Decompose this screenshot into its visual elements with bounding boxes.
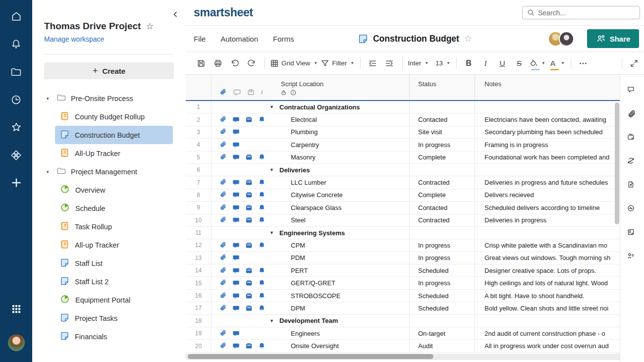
sidebar-item-equipment-portal[interactable]: Equipment Portal <box>55 291 173 309</box>
reminder-icon[interactable] <box>258 292 266 300</box>
share-button[interactable]: Share <box>587 29 639 48</box>
text-color-button[interactable]: A▼ <box>548 56 565 71</box>
font-size-button[interactable]: 13▼ <box>435 56 450 71</box>
status-cell[interactable]: In progress <box>409 239 475 251</box>
publish-icon[interactable] <box>622 174 642 198</box>
triangle-down-icon[interactable]: ▾ <box>47 96 52 101</box>
collaborators-icon[interactable] <box>622 245 642 269</box>
row-number[interactable]: 1 <box>186 101 212 113</box>
sidebar-item-overview[interactable]: Overview <box>55 181 173 199</box>
app-launcher-icon[interactable] <box>7 300 26 318</box>
primary-cell[interactable]: LLC Lumber <box>266 176 409 188</box>
primary-cell[interactable]: DPM <box>266 302 409 314</box>
expand-view-button[interactable] <box>627 56 641 71</box>
comment-icon[interactable] <box>232 154 240 161</box>
notes-cell[interactable]: Great views out windows. Tough morning s… <box>475 252 614 264</box>
notes-cell[interactable]: Framing is in progress <box>475 139 614 151</box>
comment-icon[interactable] <box>232 342 240 350</box>
status-cell[interactable] <box>409 164 475 176</box>
notes-cell[interactable] <box>475 164 614 176</box>
row-number[interactable]: 17 <box>186 302 212 314</box>
row-number[interactable]: 18 <box>186 315 212 327</box>
row-number[interactable]: 14 <box>186 264 212 276</box>
attachment-icon[interactable] <box>219 204 227 211</box>
notes-cell[interactable]: 2nd audit of current construction phase … <box>475 327 614 339</box>
reminder-icon[interactable] <box>258 279 266 287</box>
comment-icon[interactable] <box>232 216 240 224</box>
filter-button[interactable]: Filter▼ <box>321 56 354 71</box>
underline-button[interactable]: U <box>495 56 509 71</box>
status-cell[interactable] <box>409 315 475 327</box>
proof-icon[interactable] <box>245 179 253 186</box>
row-number[interactable]: 8 <box>186 189 212 201</box>
view-selector-button[interactable]: Grid View▼ <box>270 56 318 71</box>
solution-center-icon[interactable] <box>7 146 26 164</box>
sidebar-folder-project-management[interactable]: ▾Project Management <box>32 162 186 181</box>
primary-cell[interactable]: Onsite Oversight <box>266 340 409 352</box>
comment-icon[interactable] <box>232 179 240 186</box>
notes-column-header[interactable]: Notes <box>475 75 614 100</box>
primary-cell[interactable]: ▼Engineering Systems <box>266 227 409 239</box>
primary-cell[interactable]: Clearspace Glass <box>266 202 409 213</box>
primary-cell[interactable]: Steel <box>266 214 409 226</box>
redo-button[interactable] <box>245 56 259 71</box>
notes-cell[interactable]: Crisp white palette with a Scandinavian … <box>475 239 614 251</box>
home-icon[interactable] <box>7 7 26 26</box>
row-number[interactable]: 7 <box>186 176 212 188</box>
triangle-down-icon[interactable]: ▾ <box>47 169 52 174</box>
comment-icon[interactable] <box>232 141 240 149</box>
notes-cell[interactable]: High ceilings and lots of natural light.… <box>475 277 614 289</box>
primary-cell[interactable]: PDM <box>266 252 409 264</box>
more-options-button[interactable] <box>576 56 590 71</box>
status-cell[interactable]: Contacted <box>409 202 475 213</box>
collapse-triangle-icon[interactable]: ▼ <box>269 318 276 323</box>
status-cell[interactable]: Contacted <box>409 113 475 125</box>
comment-icon[interactable] <box>233 89 241 96</box>
reminder-icon[interactable] <box>258 116 266 123</box>
menu-automation[interactable]: Automation <box>220 35 258 43</box>
comment-icon[interactable] <box>232 242 240 249</box>
status-cell[interactable]: Contracted <box>409 214 475 226</box>
attachment-icon[interactable] <box>219 191 227 199</box>
row-number[interactable]: 19 <box>186 327 212 339</box>
strikethrough-button[interactable]: S <box>512 56 526 71</box>
sidebar-item-all-up-tracker[interactable]: All-up Tracker <box>55 236 173 254</box>
summary-icon[interactable] <box>622 221 642 245</box>
save-button[interactable] <box>194 56 208 71</box>
reminder-icon[interactable] <box>258 216 266 224</box>
sidebar-item-construction-budget[interactable]: Construction Budget <box>55 126 173 144</box>
attachment-icon[interactable] <box>219 342 227 350</box>
notes-cell[interactable]: Secondary plumbing has been scheduled <box>475 126 614 138</box>
print-button[interactable] <box>211 56 225 71</box>
conversations-icon[interactable] <box>622 79 642 103</box>
attachment-icon[interactable] <box>219 254 227 261</box>
folders-icon[interactable] <box>7 62 26 81</box>
row-number[interactable]: 5 <box>186 152 212 163</box>
status-cell[interactable]: Complete <box>409 189 475 201</box>
notes-cell[interactable] <box>475 227 614 239</box>
row-number[interactable]: 9 <box>186 202 212 213</box>
primary-cell[interactable]: Masonry <box>266 152 409 163</box>
reminder-icon[interactable] <box>258 242 266 249</box>
row-number[interactable]: 12 <box>186 239 212 251</box>
notes-cell[interactable] <box>475 101 614 113</box>
status-cell[interactable] <box>409 101 475 113</box>
status-column-header[interactable]: Status <box>409 75 475 100</box>
proof-icon[interactable] <box>245 267 253 274</box>
attachment-icon[interactable] <box>219 116 227 123</box>
comment-icon[interactable] <box>232 128 240 136</box>
row-number[interactable]: 3 <box>186 126 212 138</box>
notifications-icon[interactable] <box>7 35 26 53</box>
proof-icon[interactable] <box>245 191 253 199</box>
notes-cell[interactable]: All in progress work under cost overrun … <box>475 340 614 352</box>
status-cell[interactable]: Scheduled <box>409 302 475 314</box>
comment-icon[interactable] <box>232 254 240 261</box>
italic-button[interactable]: I <box>479 56 492 71</box>
row-actions-header[interactable]: i <box>212 75 266 100</box>
proof-icon[interactable] <box>245 292 253 300</box>
proof-icon[interactable] <box>245 216 253 224</box>
account-avatar[interactable] <box>8 334 25 351</box>
row-number[interactable]: 20 <box>186 340 212 352</box>
comment-icon[interactable] <box>232 305 240 312</box>
primary-cell[interactable]: Plumbing <box>266 126 409 138</box>
